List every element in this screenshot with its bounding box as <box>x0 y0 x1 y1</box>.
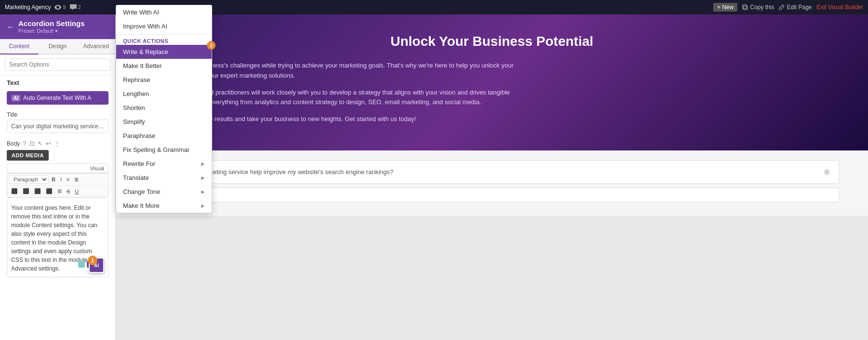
badge-1: 1 <box>88 256 97 265</box>
tab-advanced[interactable]: Advanced <box>77 39 115 54</box>
shorten-item[interactable]: Shorten <box>116 101 212 115</box>
hero-title: Unlock Your Business Potential <box>145 34 839 49</box>
paragraph-select[interactable]: Paragraph <box>9 175 49 184</box>
italic-button[interactable]: I <box>58 176 64 183</box>
accordion-item-2 <box>145 188 839 202</box>
context-menu: Write With AI Improve With AI Quick Acti… <box>116 5 212 213</box>
strikethrough-button[interactable]: S <box>65 188 72 195</box>
fix-spelling-label: Fix Spelling & Grammar <box>123 146 190 153</box>
align-right-button[interactable]: ⬛ <box>32 187 43 195</box>
translate-label: Translate <box>123 174 149 181</box>
views-icon: 9 <box>54 4 66 10</box>
edit-label: Edit Page <box>787 4 812 11</box>
translate-item[interactable]: Translate ▶ <box>116 171 212 185</box>
copy-button[interactable]: Copy this <box>742 4 774 11</box>
write-with-ai-item[interactable]: Write With AI <box>116 5 212 19</box>
auto-generate-button[interactable]: AI Auto Generate Text With A <box>7 91 108 105</box>
new-button[interactable]: + New <box>713 3 737 12</box>
paraphrase-item[interactable]: Paraphrase <box>116 129 212 143</box>
search-input[interactable] <box>5 58 110 71</box>
back-button[interactable]: ← <box>7 23 14 31</box>
simplify-label: Simplify <box>123 118 145 125</box>
rewrite-for-label: Rewrite For <box>123 160 155 167</box>
toolbar-row-2: ⬛ ⬛ ⬛ ⬛ ⊞ S U <box>7 186 108 197</box>
accordion-item-1: Can your digital marketing service help … <box>145 160 839 184</box>
text-section-label: Text <box>0 75 115 88</box>
visual-tab[interactable]: Visual <box>86 164 108 173</box>
editor-content[interactable]: Your content goes here. Edit or remove t… <box>7 200 108 277</box>
menu-divider-1 <box>116 34 212 35</box>
ol-button[interactable]: ≣ <box>72 176 81 184</box>
table-button[interactable]: ⊞ <box>55 187 64 195</box>
write-replace-item[interactable]: Write & Replace 2 <box>116 45 212 59</box>
hero-section: Unlock Your Business Potential We unders… <box>116 14 868 150</box>
toolbar-row-1: Paragraph B I ≡ ≣ <box>7 174 108 186</box>
underline-button[interactable]: U <box>73 188 81 195</box>
align-justify-button[interactable]: ⬛ <box>44 187 54 195</box>
more-icon[interactable]: ⋮ <box>54 140 60 147</box>
tab-content[interactable]: Content <box>0 39 39 54</box>
comments-icon: 2 <box>70 4 81 10</box>
views-count: 9 <box>63 4 66 10</box>
rewrite-for-item[interactable]: Rewrite For ▶ <box>116 157 212 171</box>
content-area: Unlock Your Business Potential We unders… <box>116 14 868 340</box>
badge-2: 2 <box>207 41 216 50</box>
accordion-expand-icon-1[interactable]: ⊕ <box>824 167 830 177</box>
ul-button[interactable]: ≡ <box>65 176 71 183</box>
sidebar-body: Text AI Auto Generate Text With A Title … <box>0 75 115 340</box>
add-media-button[interactable]: ADD MEDIA <box>7 150 49 161</box>
improve-with-ai-item[interactable]: Improve With AI <box>116 19 212 33</box>
accordion-header-2[interactable] <box>145 188 839 202</box>
svg-rect-0 <box>744 6 747 10</box>
bold-button[interactable]: B <box>50 176 57 183</box>
undo-icon[interactable]: ↩ <box>46 140 51 147</box>
change-tone-chevron: ▶ <box>201 189 205 194</box>
make-it-better-label: Make It Better <box>123 62 162 69</box>
comments-count: 2 <box>78 4 81 10</box>
quick-actions-section: Quick Actions <box>116 36 212 45</box>
help-icon[interactable]: ? <box>23 140 26 147</box>
tab-design[interactable]: Design <box>39 39 77 54</box>
ai-icon: AI <box>12 95 20 101</box>
fix-spelling-item[interactable]: Fix Spelling & Grammar <box>116 143 212 157</box>
write-with-ai-label: Write With AI <box>123 9 159 16</box>
rephrase-item[interactable]: Rephrase <box>116 73 212 87</box>
sidebar-header: ← Accordion Settings Preset: Default ▾ <box>0 14 115 39</box>
site-name: Marketing Agency <box>5 4 51 11</box>
body-label: Body <box>7 140 20 147</box>
write-replace-label: Write & Replace <box>123 48 168 55</box>
make-it-better-item[interactable]: Make It Better <box>116 59 212 73</box>
mobile-icon[interactable]: ⊡ <box>29 140 35 147</box>
svg-rect-2 <box>78 261 85 268</box>
exit-builder-button[interactable]: Exit Visual Builder <box>817 4 864 11</box>
lengthen-item[interactable]: Lengthen <box>116 87 212 101</box>
title-field-value[interactable]: Can your digital marketing service help … <box>7 120 108 133</box>
accordion-header-1[interactable]: Can your digital marketing service help … <box>145 161 839 183</box>
lengthen-label: Lengthen <box>123 90 149 97</box>
change-tone-label: Change Tone <box>123 188 160 195</box>
editor-toolbar: Paragraph B I ≡ ≣ ⬛ ⬛ ⬛ ⬛ ⊞ S U <box>7 173 108 198</box>
improve-with-ai-label: Improve With AI <box>123 23 167 30</box>
make-it-more-item[interactable]: Make It More ▶ <box>116 199 212 213</box>
align-center-button[interactable]: ⬛ <box>21 187 31 195</box>
simplify-item[interactable]: Simplify <box>116 115 212 129</box>
shorten-label: Shorten <box>123 104 145 111</box>
search-section <box>0 54 115 75</box>
accordion-section: Can your digital marketing service help … <box>116 150 868 216</box>
auto-generate-label: Auto Generate Text With A <box>23 95 91 101</box>
top-bar-actions: + New Copy this Edit Page Exit Visual Bu… <box>713 3 863 12</box>
rephrase-label: Rephrase <box>123 76 150 83</box>
edit-page-button[interactable]: Edit Page <box>779 4 812 11</box>
sidebar-tabs: Content Design Advanced <box>0 39 115 54</box>
ai-floating-button[interactable]: AI 1 <box>89 258 104 273</box>
align-left-button[interactable]: ⬛ <box>9 187 20 195</box>
make-it-more-label: Make It More <box>123 202 160 209</box>
sidebar-preset[interactable]: Preset: Default ▾ <box>18 28 85 34</box>
change-tone-item[interactable]: Change Tone ▶ <box>116 185 212 199</box>
sidebar-title: Accordion Settings <box>18 19 85 27</box>
cursor-icon[interactable]: ↖ <box>38 140 43 147</box>
main-layout: ← Accordion Settings Preset: Default ▾ C… <box>0 14 868 340</box>
top-bar-left: Marketing Agency 9 2 <box>5 4 81 11</box>
body-toolbar: Body ? ⊡ ↖ ↩ ⋮ <box>0 137 115 149</box>
svg-rect-1 <box>743 5 746 9</box>
